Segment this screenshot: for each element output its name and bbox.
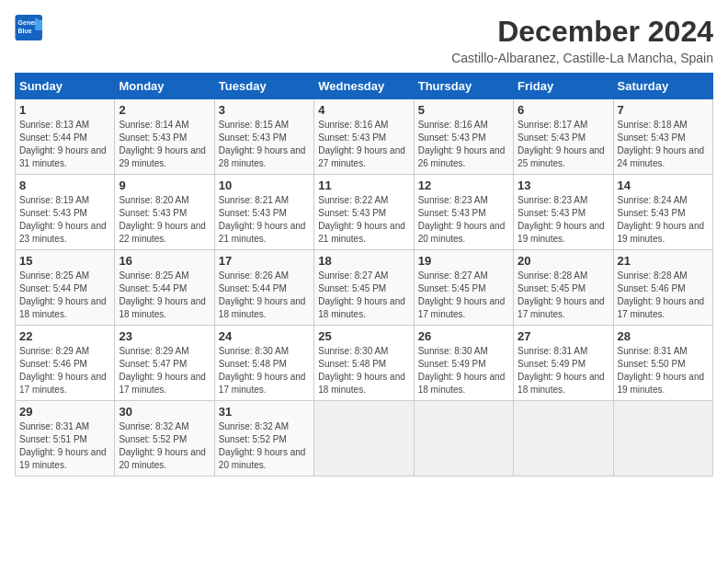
day-info: Sunrise: 8:29 AMSunset: 5:47 PMDaylight:… [119, 345, 210, 396]
day-number: 27 [518, 329, 609, 343]
day-info: Sunrise: 8:27 AMSunset: 5:45 PMDaylight:… [418, 270, 509, 321]
day-info: Sunrise: 8:16 AMSunset: 5:43 PMDaylight:… [418, 119, 509, 170]
calendar-day-cell: 23Sunrise: 8:29 AMSunset: 5:47 PMDayligh… [115, 326, 214, 401]
calendar-day-cell: 11Sunrise: 8:22 AMSunset: 5:43 PMDayligh… [314, 175, 414, 250]
logo-icon: General Blue [15, 15, 44, 40]
day-number: 9 [119, 178, 210, 192]
calendar-week-row: 29Sunrise: 8:31 AMSunset: 5:51 PMDayligh… [16, 401, 713, 477]
day-number: 4 [318, 103, 409, 117]
day-info: Sunrise: 8:29 AMSunset: 5:46 PMDaylight:… [19, 345, 110, 396]
day-number: 5 [418, 103, 509, 117]
empty-cell [613, 401, 712, 477]
calendar-week-row: 22Sunrise: 8:29 AMSunset: 5:46 PMDayligh… [16, 326, 713, 401]
day-number: 23 [119, 329, 210, 343]
day-info: Sunrise: 8:15 AMSunset: 5:43 PMDaylight:… [219, 119, 310, 170]
day-info: Sunrise: 8:24 AMSunset: 5:43 PMDaylight:… [618, 194, 709, 246]
day-info: Sunrise: 8:14 AMSunset: 5:43 PMDaylight:… [119, 119, 210, 170]
day-info: Sunrise: 8:23 AMSunset: 5:43 PMDaylight:… [518, 194, 609, 246]
calendar-day-cell: 26Sunrise: 8:30 AMSunset: 5:49 PMDayligh… [414, 326, 513, 401]
calendar-day-cell: 24Sunrise: 8:30 AMSunset: 5:48 PMDayligh… [214, 326, 313, 401]
day-number: 8 [19, 178, 110, 192]
day-info: Sunrise: 8:28 AMSunset: 5:46 PMDaylight:… [618, 270, 709, 321]
calendar-day-cell: 20Sunrise: 8:28 AMSunset: 5:45 PMDayligh… [514, 250, 613, 326]
calendar-day-cell: 7Sunrise: 8:18 AMSunset: 5:43 PMDaylight… [613, 99, 712, 175]
calendar-day-cell: 8Sunrise: 8:19 AMSunset: 5:43 PMDaylight… [16, 175, 115, 250]
calendar-week-row: 1Sunrise: 8:13 AMSunset: 5:44 PMDaylight… [16, 99, 713, 175]
month-year-title: December 2024 [451, 15, 713, 49]
empty-cell [314, 401, 414, 477]
calendar-week-row: 15Sunrise: 8:25 AMSunset: 5:44 PMDayligh… [16, 250, 713, 326]
day-number: 16 [119, 254, 210, 268]
calendar-day-cell: 13Sunrise: 8:23 AMSunset: 5:43 PMDayligh… [514, 175, 613, 250]
day-number: 20 [518, 254, 609, 268]
calendar-day-cell: 2Sunrise: 8:14 AMSunset: 5:43 PMDaylight… [115, 99, 214, 175]
day-info: Sunrise: 8:22 AMSunset: 5:43 PMDaylight:… [318, 194, 409, 246]
day-info: Sunrise: 8:30 AMSunset: 5:49 PMDaylight:… [418, 345, 509, 396]
day-number: 19 [418, 254, 509, 268]
day-info: Sunrise: 8:25 AMSunset: 5:44 PMDaylight:… [119, 270, 210, 321]
day-info: Sunrise: 8:18 AMSunset: 5:43 PMDaylight:… [618, 119, 709, 170]
day-info: Sunrise: 8:19 AMSunset: 5:43 PMDaylight:… [19, 194, 110, 246]
calendar-day-cell: 1Sunrise: 8:13 AMSunset: 5:44 PMDaylight… [16, 99, 115, 175]
day-number: 3 [219, 103, 310, 117]
calendar-day-cell: 4Sunrise: 8:16 AMSunset: 5:43 PMDaylight… [314, 99, 414, 175]
empty-cell [514, 401, 613, 477]
day-info: Sunrise: 8:13 AMSunset: 5:44 PMDaylight:… [19, 119, 110, 170]
day-info: Sunrise: 8:32 AMSunset: 5:52 PMDaylight:… [119, 420, 210, 472]
day-number: 7 [618, 103, 709, 117]
calendar-day-cell: 9Sunrise: 8:20 AMSunset: 5:43 PMDaylight… [115, 175, 214, 250]
weekday-header-sunday: Sunday [16, 74, 115, 99]
day-number: 18 [318, 254, 409, 268]
title-area: December 2024 Castillo-Albaranez, Castil… [451, 15, 713, 65]
weekday-header-row: SundayMondayTuesdayWednesdayThursdayFrid… [16, 74, 713, 99]
day-number: 1 [19, 103, 110, 117]
day-number: 29 [19, 405, 110, 419]
calendar-day-cell: 19Sunrise: 8:27 AMSunset: 5:45 PMDayligh… [414, 250, 513, 326]
calendar-day-cell: 17Sunrise: 8:26 AMSunset: 5:44 PMDayligh… [214, 250, 313, 326]
weekday-header-saturday: Saturday [613, 74, 712, 99]
day-number: 26 [418, 329, 509, 343]
calendar-table: SundayMondayTuesdayWednesdayThursdayFrid… [15, 73, 713, 477]
logo: General Blue [15, 15, 44, 40]
day-number: 15 [19, 254, 110, 268]
day-number: 11 [318, 178, 409, 192]
calendar-day-cell: 25Sunrise: 8:30 AMSunset: 5:48 PMDayligh… [314, 326, 414, 401]
calendar-day-cell: 30Sunrise: 8:32 AMSunset: 5:52 PMDayligh… [115, 401, 214, 477]
day-number: 2 [119, 103, 210, 117]
calendar-day-cell: 5Sunrise: 8:16 AMSunset: 5:43 PMDaylight… [414, 99, 513, 175]
day-number: 12 [418, 178, 509, 192]
day-number: 28 [618, 329, 709, 343]
day-number: 14 [618, 178, 709, 192]
day-info: Sunrise: 8:28 AMSunset: 5:45 PMDaylight:… [518, 270, 609, 321]
calendar-day-cell: 10Sunrise: 8:21 AMSunset: 5:43 PMDayligh… [214, 175, 313, 250]
weekday-header-thursday: Thursday [414, 74, 513, 99]
day-number: 30 [119, 405, 210, 419]
day-info: Sunrise: 8:25 AMSunset: 5:44 PMDaylight:… [19, 270, 110, 321]
day-info: Sunrise: 8:31 AMSunset: 5:50 PMDaylight:… [618, 345, 709, 396]
calendar-day-cell: 28Sunrise: 8:31 AMSunset: 5:50 PMDayligh… [613, 326, 712, 401]
day-info: Sunrise: 8:26 AMSunset: 5:44 PMDaylight:… [219, 270, 310, 321]
weekday-header-wednesday: Wednesday [314, 74, 414, 99]
weekday-header-tuesday: Tuesday [214, 74, 313, 99]
day-number: 22 [19, 329, 110, 343]
calendar-day-cell: 27Sunrise: 8:31 AMSunset: 5:49 PMDayligh… [514, 326, 613, 401]
day-info: Sunrise: 8:17 AMSunset: 5:43 PMDaylight:… [518, 119, 609, 170]
calendar-day-cell: 22Sunrise: 8:29 AMSunset: 5:46 PMDayligh… [16, 326, 115, 401]
empty-cell [414, 401, 513, 477]
calendar-day-cell: 21Sunrise: 8:28 AMSunset: 5:46 PMDayligh… [613, 250, 712, 326]
calendar-day-cell: 16Sunrise: 8:25 AMSunset: 5:44 PMDayligh… [115, 250, 214, 326]
calendar-day-cell: 12Sunrise: 8:23 AMSunset: 5:43 PMDayligh… [414, 175, 513, 250]
header: General Blue December 2024 Castillo-Alba… [15, 15, 713, 65]
day-number: 6 [518, 103, 609, 117]
calendar-day-cell: 29Sunrise: 8:31 AMSunset: 5:51 PMDayligh… [16, 401, 115, 477]
day-info: Sunrise: 8:21 AMSunset: 5:43 PMDaylight:… [219, 194, 310, 246]
day-info: Sunrise: 8:31 AMSunset: 5:49 PMDaylight:… [518, 345, 609, 396]
day-info: Sunrise: 8:30 AMSunset: 5:48 PMDaylight:… [219, 345, 310, 396]
day-info: Sunrise: 8:27 AMSunset: 5:45 PMDaylight:… [318, 270, 409, 321]
day-number: 10 [219, 178, 310, 192]
calendar-day-cell: 15Sunrise: 8:25 AMSunset: 5:44 PMDayligh… [16, 250, 115, 326]
day-number: 21 [618, 254, 709, 268]
location-subtitle: Castillo-Albaranez, Castille-La Mancha, … [451, 51, 713, 65]
svg-text:Blue: Blue [18, 28, 32, 34]
weekday-header-monday: Monday [115, 74, 214, 99]
